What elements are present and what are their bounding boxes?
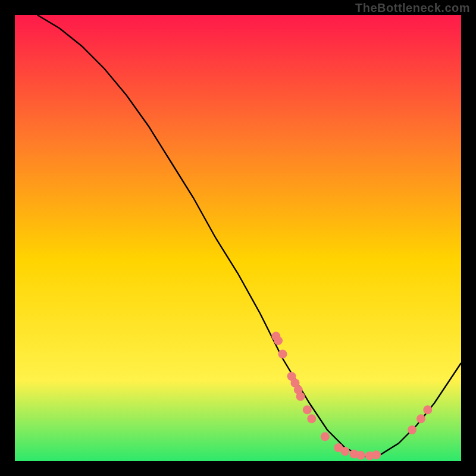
data-marker [416,414,425,423]
data-marker [274,336,283,345]
data-marker [321,432,330,441]
data-marker [408,425,416,434]
watermark-text: TheBottleneck.com [355,1,470,15]
plot-area [15,15,461,461]
chart-stage: TheBottleneck.com [0,0,476,476]
data-marker [307,414,316,423]
data-marker [423,405,432,414]
gradient-bg [15,15,461,461]
data-marker [356,451,365,460]
data-marker [303,405,312,414]
data-marker [296,392,305,401]
data-marker [278,350,287,359]
data-marker [372,450,381,459]
chart-svg [15,15,461,461]
data-marker [341,447,350,456]
